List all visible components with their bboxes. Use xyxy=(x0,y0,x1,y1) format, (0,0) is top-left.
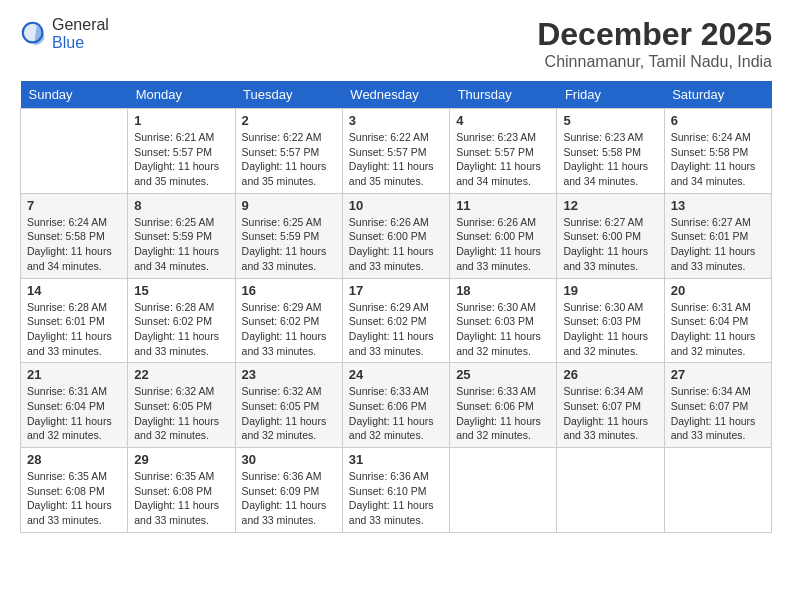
calendar-cell: 4Sunrise: 6:23 AM Sunset: 5:57 PM Daylig… xyxy=(450,109,557,194)
day-number: 21 xyxy=(27,367,121,382)
day-info: Sunrise: 6:32 AM Sunset: 6:05 PM Dayligh… xyxy=(242,384,336,443)
day-number: 5 xyxy=(563,113,657,128)
day-info: Sunrise: 6:36 AM Sunset: 6:09 PM Dayligh… xyxy=(242,469,336,528)
weekday-header-friday: Friday xyxy=(557,81,664,109)
day-info: Sunrise: 6:30 AM Sunset: 6:03 PM Dayligh… xyxy=(563,300,657,359)
day-info: Sunrise: 6:32 AM Sunset: 6:05 PM Dayligh… xyxy=(134,384,228,443)
day-number: 16 xyxy=(242,283,336,298)
calendar-cell: 1Sunrise: 6:21 AM Sunset: 5:57 PM Daylig… xyxy=(128,109,235,194)
day-number: 20 xyxy=(671,283,765,298)
calendar-cell: 26Sunrise: 6:34 AM Sunset: 6:07 PM Dayli… xyxy=(557,363,664,448)
day-info: Sunrise: 6:29 AM Sunset: 6:02 PM Dayligh… xyxy=(349,300,443,359)
day-number: 19 xyxy=(563,283,657,298)
calendar-cell xyxy=(557,448,664,533)
day-number: 10 xyxy=(349,198,443,213)
logo-icon xyxy=(20,20,48,48)
day-info: Sunrise: 6:29 AM Sunset: 6:02 PM Dayligh… xyxy=(242,300,336,359)
day-number: 26 xyxy=(563,367,657,382)
calendar-cell: 6Sunrise: 6:24 AM Sunset: 5:58 PM Daylig… xyxy=(664,109,771,194)
month-title: December 2025 xyxy=(537,16,772,53)
day-info: Sunrise: 6:23 AM Sunset: 5:58 PM Dayligh… xyxy=(563,130,657,189)
day-number: 1 xyxy=(134,113,228,128)
day-info: Sunrise: 6:26 AM Sunset: 6:00 PM Dayligh… xyxy=(349,215,443,274)
day-info: Sunrise: 6:31 AM Sunset: 6:04 PM Dayligh… xyxy=(671,300,765,359)
day-info: Sunrise: 6:30 AM Sunset: 6:03 PM Dayligh… xyxy=(456,300,550,359)
day-info: Sunrise: 6:27 AM Sunset: 6:00 PM Dayligh… xyxy=(563,215,657,274)
day-number: 29 xyxy=(134,452,228,467)
calendar-cell: 15Sunrise: 6:28 AM Sunset: 6:02 PM Dayli… xyxy=(128,278,235,363)
day-number: 18 xyxy=(456,283,550,298)
day-number: 3 xyxy=(349,113,443,128)
logo-blue: Blue xyxy=(52,34,84,51)
calendar-cell: 28Sunrise: 6:35 AM Sunset: 6:08 PM Dayli… xyxy=(21,448,128,533)
logo: General Blue xyxy=(20,16,109,52)
calendar-cell: 30Sunrise: 6:36 AM Sunset: 6:09 PM Dayli… xyxy=(235,448,342,533)
day-number: 6 xyxy=(671,113,765,128)
calendar-cell: 22Sunrise: 6:32 AM Sunset: 6:05 PM Dayli… xyxy=(128,363,235,448)
day-info: Sunrise: 6:34 AM Sunset: 6:07 PM Dayligh… xyxy=(563,384,657,443)
page-header: General Blue December 2025 Chinnamanur, … xyxy=(20,16,772,71)
weekday-header-thursday: Thursday xyxy=(450,81,557,109)
calendar-cell: 11Sunrise: 6:26 AM Sunset: 6:00 PM Dayli… xyxy=(450,193,557,278)
day-info: Sunrise: 6:36 AM Sunset: 6:10 PM Dayligh… xyxy=(349,469,443,528)
day-info: Sunrise: 6:28 AM Sunset: 6:01 PM Dayligh… xyxy=(27,300,121,359)
day-number: 13 xyxy=(671,198,765,213)
calendar-cell: 21Sunrise: 6:31 AM Sunset: 6:04 PM Dayli… xyxy=(21,363,128,448)
calendar-cell: 7Sunrise: 6:24 AM Sunset: 5:58 PM Daylig… xyxy=(21,193,128,278)
day-number: 9 xyxy=(242,198,336,213)
day-info: Sunrise: 6:31 AM Sunset: 6:04 PM Dayligh… xyxy=(27,384,121,443)
day-info: Sunrise: 6:34 AM Sunset: 6:07 PM Dayligh… xyxy=(671,384,765,443)
calendar-cell: 12Sunrise: 6:27 AM Sunset: 6:00 PM Dayli… xyxy=(557,193,664,278)
day-number: 14 xyxy=(27,283,121,298)
calendar-cell: 31Sunrise: 6:36 AM Sunset: 6:10 PM Dayli… xyxy=(342,448,449,533)
day-number: 27 xyxy=(671,367,765,382)
calendar-cell: 13Sunrise: 6:27 AM Sunset: 6:01 PM Dayli… xyxy=(664,193,771,278)
day-number: 23 xyxy=(242,367,336,382)
calendar-cell: 25Sunrise: 6:33 AM Sunset: 6:06 PM Dayli… xyxy=(450,363,557,448)
day-info: Sunrise: 6:23 AM Sunset: 5:57 PM Dayligh… xyxy=(456,130,550,189)
weekday-header-monday: Monday xyxy=(128,81,235,109)
day-number: 30 xyxy=(242,452,336,467)
weekday-header-saturday: Saturday xyxy=(664,81,771,109)
calendar-cell: 8Sunrise: 6:25 AM Sunset: 5:59 PM Daylig… xyxy=(128,193,235,278)
calendar-cell: 5Sunrise: 6:23 AM Sunset: 5:58 PM Daylig… xyxy=(557,109,664,194)
day-number: 11 xyxy=(456,198,550,213)
day-info: Sunrise: 6:25 AM Sunset: 5:59 PM Dayligh… xyxy=(134,215,228,274)
calendar-cell: 29Sunrise: 6:35 AM Sunset: 6:08 PM Dayli… xyxy=(128,448,235,533)
calendar-cell: 18Sunrise: 6:30 AM Sunset: 6:03 PM Dayli… xyxy=(450,278,557,363)
day-info: Sunrise: 6:25 AM Sunset: 5:59 PM Dayligh… xyxy=(242,215,336,274)
calendar-cell: 14Sunrise: 6:28 AM Sunset: 6:01 PM Dayli… xyxy=(21,278,128,363)
day-info: Sunrise: 6:22 AM Sunset: 5:57 PM Dayligh… xyxy=(349,130,443,189)
day-number: 2 xyxy=(242,113,336,128)
calendar-cell: 19Sunrise: 6:30 AM Sunset: 6:03 PM Dayli… xyxy=(557,278,664,363)
day-number: 15 xyxy=(134,283,228,298)
weekday-header-tuesday: Tuesday xyxy=(235,81,342,109)
day-number: 4 xyxy=(456,113,550,128)
calendar-cell: 16Sunrise: 6:29 AM Sunset: 6:02 PM Dayli… xyxy=(235,278,342,363)
logo-general: General xyxy=(52,16,109,33)
day-number: 8 xyxy=(134,198,228,213)
day-number: 28 xyxy=(27,452,121,467)
location: Chinnamanur, Tamil Nadu, India xyxy=(537,53,772,71)
day-number: 12 xyxy=(563,198,657,213)
day-info: Sunrise: 6:28 AM Sunset: 6:02 PM Dayligh… xyxy=(134,300,228,359)
weekday-header-row: SundayMondayTuesdayWednesdayThursdayFrid… xyxy=(21,81,772,109)
calendar-cell: 23Sunrise: 6:32 AM Sunset: 6:05 PM Dayli… xyxy=(235,363,342,448)
weekday-header-sunday: Sunday xyxy=(21,81,128,109)
calendar-cell xyxy=(21,109,128,194)
day-info: Sunrise: 6:22 AM Sunset: 5:57 PM Dayligh… xyxy=(242,130,336,189)
calendar-cell: 27Sunrise: 6:34 AM Sunset: 6:07 PM Dayli… xyxy=(664,363,771,448)
day-number: 7 xyxy=(27,198,121,213)
calendar-cell: 9Sunrise: 6:25 AM Sunset: 5:59 PM Daylig… xyxy=(235,193,342,278)
calendar-table: SundayMondayTuesdayWednesdayThursdayFrid… xyxy=(20,81,772,533)
calendar-cell: 24Sunrise: 6:33 AM Sunset: 6:06 PM Dayli… xyxy=(342,363,449,448)
day-info: Sunrise: 6:26 AM Sunset: 6:00 PM Dayligh… xyxy=(456,215,550,274)
logo-text: General Blue xyxy=(52,16,109,52)
calendar-week-1: 1Sunrise: 6:21 AM Sunset: 5:57 PM Daylig… xyxy=(21,109,772,194)
calendar-week-2: 7Sunrise: 6:24 AM Sunset: 5:58 PM Daylig… xyxy=(21,193,772,278)
day-info: Sunrise: 6:35 AM Sunset: 6:08 PM Dayligh… xyxy=(27,469,121,528)
calendar-cell: 3Sunrise: 6:22 AM Sunset: 5:57 PM Daylig… xyxy=(342,109,449,194)
day-number: 25 xyxy=(456,367,550,382)
day-info: Sunrise: 6:33 AM Sunset: 6:06 PM Dayligh… xyxy=(349,384,443,443)
day-info: Sunrise: 6:24 AM Sunset: 5:58 PM Dayligh… xyxy=(671,130,765,189)
